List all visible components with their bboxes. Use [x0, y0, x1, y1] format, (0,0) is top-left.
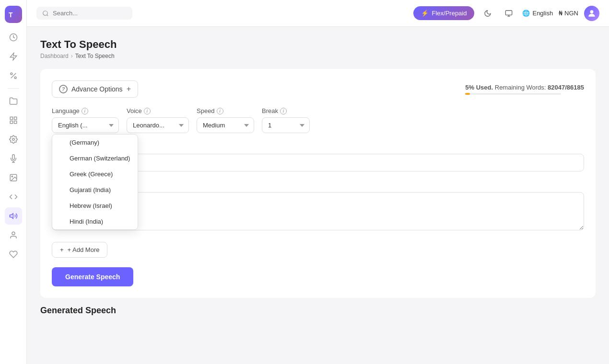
voice-group: Voice i Leonardo...: [127, 107, 189, 133]
dropdown-item-greek[interactable]: Greek (Greece): [52, 166, 138, 182]
dropdown-item-gujarati[interactable]: Gujarati (India): [52, 182, 138, 198]
check-icon: [59, 155, 66, 162]
words-percent: 5% Used.: [465, 84, 493, 91]
speed-label: Speed i: [197, 107, 254, 114]
header: ⚡ Flex/Prepaid 🌐 English ₦ NGN: [27, 0, 609, 27]
content-area: Text To Speech Dashboard › Text To Speec…: [27, 27, 609, 364]
check-icon: [59, 203, 66, 209]
speed-select[interactable]: Medium: [197, 117, 254, 133]
progress-bar-fill: [465, 93, 470, 95]
sidebar-item-projects[interactable]: [5, 92, 22, 110]
info-circle-icon: ?: [59, 85, 68, 93]
check-icon: [59, 139, 66, 146]
sidebar-item-settings[interactable]: [5, 131, 22, 148]
svg-point-22: [590, 10, 594, 13]
language-selector[interactable]: 🌐 English: [522, 10, 553, 17]
sidebar-item-favorites[interactable]: [5, 246, 22, 263]
language-info-icon[interactable]: i: [82, 108, 88, 114]
sidebar: T: [0, 0, 27, 364]
language-select[interactable]: English (...: [52, 117, 119, 133]
generated-speech-section: Generated Speech: [40, 306, 596, 316]
svg-line-18: [47, 14, 48, 16]
svg-point-10: [12, 138, 14, 141]
break-info-icon[interactable]: i: [280, 108, 287, 114]
svg-marker-2: [10, 53, 17, 60]
svg-line-3: [11, 73, 16, 79]
sidebar-divider-1: [8, 88, 19, 89]
words-count: 82047/86185: [548, 84, 584, 91]
svg-rect-8: [14, 121, 16, 124]
sidebar-item-templates[interactable]: [5, 112, 22, 129]
svg-text:T: T: [9, 11, 13, 19]
sidebar-item-api[interactable]: [5, 188, 22, 205]
settings-row: Language i English (... (Germa: [52, 107, 584, 133]
search-input[interactable]: [53, 10, 125, 17]
main-card: ? Advance Options + 5% Used. Remaining W…: [40, 69, 596, 298]
sidebar-item-usage[interactable]: [5, 67, 22, 84]
sidebar-item-tts[interactable]: [5, 207, 22, 225]
svg-point-16: [12, 232, 15, 235]
svg-rect-7: [14, 117, 16, 119]
search-container[interactable]: [36, 7, 132, 20]
speed-group: Speed i Medium: [197, 107, 254, 133]
progress-bar: [465, 93, 561, 95]
svg-point-5: [14, 77, 16, 79]
check-icon: [59, 171, 66, 178]
sidebar-item-mic[interactable]: [5, 150, 22, 167]
dropdown-item-german-switzerland[interactable]: German (Switzerland): [52, 150, 138, 166]
app-logo[interactable]: T: [5, 6, 22, 23]
dropdown-item-germany[interactable]: (Germany): [52, 135, 138, 150]
currency-icon: ₦: [559, 10, 562, 17]
breadcrumb-current: Text To Speech: [75, 53, 115, 59]
words-info: 5% Used. Remaining Words: 82047/86185: [465, 84, 584, 95]
check-icon: [59, 218, 66, 225]
svg-point-4: [11, 73, 12, 75]
svg-marker-15: [10, 214, 13, 219]
lightning-icon: ⚡: [421, 10, 429, 17]
voice-select[interactable]: Leonardo...: [127, 117, 189, 133]
sidebar-item-quick-actions[interactable]: [5, 48, 22, 65]
voice-label: Voice i: [127, 107, 189, 114]
search-icon: [42, 10, 49, 17]
breadcrumb-separator: ›: [71, 53, 73, 59]
page-title: Text To Speech: [40, 38, 596, 51]
svg-rect-9: [10, 121, 12, 124]
currency-selector[interactable]: ₦ NGN: [559, 10, 578, 17]
sidebar-item-history[interactable]: [5, 29, 22, 46]
svg-rect-19: [506, 11, 512, 15]
breadcrumb: Dashboard › Text To Speech: [40, 53, 596, 59]
main-area: ⚡ Flex/Prepaid 🌐 English ₦ NGN: [27, 0, 609, 364]
language-group: Language i English (... (Germa: [52, 107, 119, 133]
plus-icon: +: [60, 246, 64, 253]
dropdown-item-hebrew[interactable]: Hebrew (Israel): [52, 198, 138, 214]
breadcrumb-parent[interactable]: Dashboard: [40, 53, 69, 59]
advance-options-button[interactable]: ? Advance Options +: [52, 80, 138, 98]
flex-prepaid-button[interactable]: ⚡ Flex/Prepaid: [413, 6, 474, 20]
theme-toggle-button[interactable]: [480, 6, 495, 21]
sidebar-item-profile[interactable]: [5, 227, 22, 244]
break-label: Break i: [262, 107, 310, 114]
language-dropdown-menu: (Germany) German (Switzerland) Greek (Gr…: [52, 134, 138, 230]
language-select-wrapper[interactable]: English (... (Germany) German: [52, 117, 119, 133]
speed-info-icon[interactable]: i: [217, 108, 223, 114]
plus-icon: +: [127, 85, 131, 93]
voice-info-icon[interactable]: i: [144, 108, 151, 114]
user-avatar[interactable]: [584, 6, 599, 21]
sidebar-item-media[interactable]: [5, 169, 22, 186]
card-top-bar: ? Advance Options + 5% Used. Remaining W…: [52, 80, 584, 98]
language-label: Language i: [52, 107, 119, 114]
dropdown-item-hindi[interactable]: Hindi (India): [52, 214, 138, 229]
monitor-icon-button[interactable]: [501, 6, 516, 21]
check-icon: [59, 187, 66, 193]
generated-speech-title: Generated Speech: [40, 306, 596, 316]
svg-point-17: [43, 11, 47, 15]
globe-icon: 🌐: [522, 10, 530, 17]
add-more-button[interactable]: + + Add More: [52, 242, 107, 258]
words-remaining-label: Remaining Words:: [495, 84, 546, 91]
svg-point-14: [12, 176, 12, 177]
break-group: Break i 1: [262, 107, 310, 133]
break-select[interactable]: 1: [262, 117, 310, 133]
svg-rect-6: [10, 117, 12, 119]
generate-speech-button[interactable]: Generate Speech: [52, 267, 133, 286]
header-actions: ⚡ Flex/Prepaid 🌐 English ₦ NGN: [413, 6, 599, 21]
